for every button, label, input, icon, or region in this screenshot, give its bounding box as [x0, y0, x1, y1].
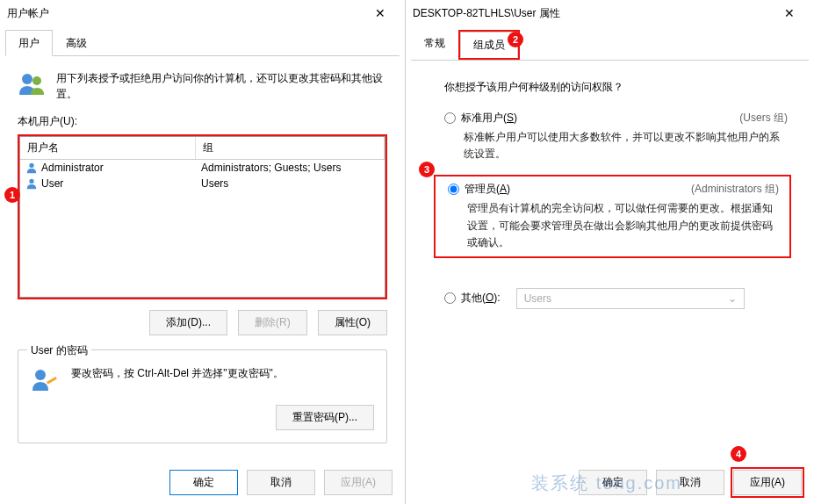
password-text: 要改密码，按 Ctrl-Alt-Del 并选择"更改密码"。 [71, 366, 284, 381]
svg-point-2 [29, 163, 33, 168]
question-text: 你想授予该用户何种级别的访问权限？ [444, 80, 796, 95]
reset-password-button[interactable]: 重置密码(P)... [276, 405, 374, 430]
radio-admin-highlight: 管理员(A) (Administrators 组) 管理员有计算机的完全访问权，… [434, 175, 791, 258]
table-row[interactable]: Administrator Administrators; Guests; Us… [20, 160, 385, 176]
content-left: 用下列表授予或拒绝用户访问你的计算机，还可以更改其密码和其他设置。 本机用户(U… [0, 56, 405, 461]
table-empty-area [20, 191, 385, 297]
radio-standard[interactable] [444, 112, 456, 124]
key-icon [31, 366, 59, 394]
apply-button[interactable]: 应用(A) [324, 470, 393, 495]
cell-group: Administrators; Guests; Users [201, 162, 379, 174]
annotation-3: 3 [419, 162, 435, 177]
table-header: 用户名 组 [20, 137, 385, 160]
local-users-label: 本机用户(U): [18, 114, 387, 129]
user-icon [25, 177, 38, 190]
user-table-highlight: 用户名 组 Administrator Administrators; Gues… [18, 134, 387, 299]
tabs-left: 用户 高级 [5, 30, 400, 56]
annotation-4: 4 [731, 446, 746, 462]
tabs-right: 常规 组成员 [411, 30, 809, 61]
other-select-value: Users [524, 292, 551, 305]
titlebar-left: 用户帐户 ✕ [0, 0, 405, 26]
svg-rect-5 [47, 377, 57, 385]
content-right: 你想授予该用户何种级别的访问权限？ 标准用户(S) (Users 组) 标准帐户… [406, 61, 814, 461]
cell-username: Administrator [41, 162, 104, 174]
radio-other-label[interactable]: 其他(O): [461, 291, 501, 306]
annotation-2: 2 [508, 32, 523, 47]
cell-username: User [41, 177, 63, 190]
cancel-button[interactable]: 取消 [247, 470, 315, 495]
footer-left: 确定 取消 应用(A) [0, 461, 405, 504]
radio-standard-block: 标准用户(S) (Users 组) 标准帐户用户可以使用大多数软件，并可以更改不… [444, 111, 796, 162]
cancel-button[interactable]: 取消 [656, 470, 724, 495]
password-group-title: User 的密码 [27, 343, 91, 358]
window-title: DESKTOP-82TLHLS\User 属性 [413, 6, 772, 21]
admin-desc: 管理员有计算机的完全访问权，可以做任何需要的更改。根据通知设置，可能会要求管理员… [467, 200, 779, 251]
user-accounts-dialog: 用户帐户 ✕ 用户 高级 用下列表授予或拒绝用户访问你的计算机，还可以更改其密码… [0, 0, 406, 504]
radio-admin-label[interactable]: 管理员(A) [465, 182, 510, 197]
user-properties-dialog: DESKTOP-82TLHLS\User 属性 ✕ 常规 组成员 你想授予该用户… [406, 0, 814, 504]
col-username[interactable]: 用户名 [20, 137, 196, 159]
radio-other-block: 其他(O): Users ⌄ [444, 288, 796, 309]
radio-admin[interactable] [448, 184, 459, 195]
footer-right: 确定 取消 应用(A) [406, 461, 814, 504]
other-group-select[interactable]: Users ⌄ [516, 288, 745, 309]
admin-group-note: (Administrators 组) [691, 182, 779, 197]
close-button[interactable]: ✕ [772, 1, 807, 25]
chevron-down-icon: ⌄ [728, 292, 737, 305]
password-groupbox: User 的密码 要改密码，按 Ctrl-Alt-Del 并选择"更改密码"。 … [18, 349, 387, 443]
ok-button[interactable]: 确定 [579, 470, 647, 495]
intro-text: 用下列表授予或拒绝用户访问你的计算机，还可以更改其密码和其他设置。 [56, 70, 387, 102]
svg-point-3 [29, 179, 33, 184]
table-row[interactable]: User Users [20, 176, 385, 191]
close-button[interactable]: ✕ [363, 1, 398, 25]
radio-standard-label[interactable]: 标准用户(S) [461, 111, 517, 126]
radio-other[interactable] [444, 292, 456, 304]
users-icon [18, 70, 46, 98]
cell-group: Users [201, 177, 379, 190]
col-group[interactable]: 组 [196, 137, 385, 159]
user-icon [25, 162, 38, 174]
tab-users[interactable]: 用户 [5, 30, 53, 56]
standard-desc: 标准帐户用户可以使用大多数软件，并可以更改不影响其他用户的系统设置。 [464, 129, 788, 162]
svg-point-0 [22, 74, 32, 84]
window-title: 用户帐户 [7, 6, 363, 21]
annotation-1: 1 [4, 187, 20, 203]
add-button[interactable]: 添加(D)... [149, 310, 227, 335]
tab-advanced[interactable]: 高级 [53, 30, 100, 56]
ok-button[interactable]: 确定 [169, 470, 238, 495]
svg-point-4 [35, 370, 46, 380]
standard-group-note: (Users 组) [739, 111, 788, 126]
properties-button[interactable]: 属性(O) [318, 310, 387, 335]
tab-general[interactable]: 常规 [411, 30, 458, 61]
remove-button[interactable]: 删除(R) [238, 310, 307, 335]
svg-point-1 [32, 76, 41, 85]
titlebar-right: DESKTOP-82TLHLS\User 属性 ✕ [406, 0, 814, 26]
